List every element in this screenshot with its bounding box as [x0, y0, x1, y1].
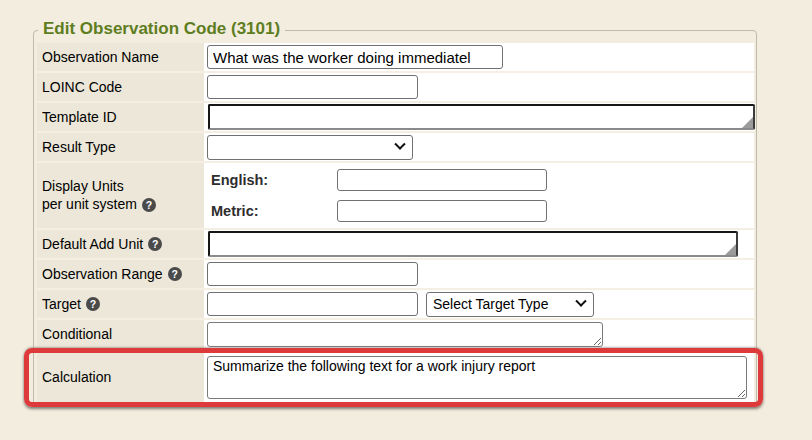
resize-grip-icon[interactable]: [725, 244, 736, 255]
result-type-select[interactable]: [207, 135, 413, 160]
default-add-unit-input[interactable]: [210, 233, 736, 255]
default-add-unit-label-cell: Default Add Unit ?: [37, 230, 204, 258]
metric-units-label: Metric:: [207, 203, 337, 219]
conditional-textarea[interactable]: [207, 322, 603, 347]
help-icon[interactable]: ?: [142, 198, 156, 212]
row-loinc-code: LOINC Code: [37, 73, 754, 103]
conditional-label: Conditional: [42, 326, 112, 342]
conditional-label-cell: Conditional: [37, 320, 204, 348]
template-id-label: Template ID: [42, 109, 117, 125]
row-default-add-unit: Default Add Unit ?: [37, 230, 754, 260]
result-type-label: Result Type: [42, 139, 116, 155]
target-label: Target: [42, 296, 81, 312]
row-target: Target ? Select Target Type: [37, 290, 754, 320]
loinc-code-label-cell: LOINC Code: [37, 73, 204, 101]
row-template-id: Template ID: [37, 103, 754, 133]
row-display-units: Display Units per unit system? English: …: [37, 163, 754, 230]
template-id-input[interactable]: [210, 106, 753, 128]
row-observation-range: Observation Range ?: [37, 260, 754, 290]
target-label-cell: Target ?: [37, 290, 204, 318]
observation-range-label-cell: Observation Range ?: [37, 260, 204, 288]
chevron-down-icon: [394, 139, 405, 150]
form-table: Observation Name LOINC Code Template ID: [37, 43, 754, 404]
edit-observation-code-panel: Edit Observation Code (3101) Observation…: [33, 30, 757, 407]
calculation-label-cell: Calculation: [37, 350, 204, 404]
display-units-label-cell: Display Units per unit system?: [37, 163, 204, 228]
default-add-unit-label: Default Add Unit: [42, 236, 143, 252]
result-type-label-cell: Result Type: [37, 133, 204, 161]
display-units-label: Display Units per unit system?: [42, 178, 156, 213]
calculation-label: Calculation: [42, 369, 111, 385]
resize-grip-icon[interactable]: [742, 117, 753, 128]
chevron-down-icon: [575, 296, 586, 307]
observation-range-label: Observation Range: [42, 266, 163, 282]
template-id-field: [208, 104, 755, 130]
help-icon[interactable]: ?: [168, 267, 182, 281]
default-add-unit-field: [208, 231, 738, 257]
target-type-select[interactable]: Select Target Type: [426, 292, 594, 317]
row-calculation: Calculation Summarize the following text…: [37, 350, 754, 404]
loinc-code-label: LOINC Code: [42, 79, 122, 95]
observation-name-input[interactable]: [207, 45, 503, 69]
row-result-type: Result Type: [37, 133, 754, 163]
metric-units-input[interactable]: [337, 200, 547, 222]
observation-range-input[interactable]: [207, 262, 418, 286]
target-input[interactable]: [207, 292, 418, 316]
english-units-label: English:: [207, 172, 337, 188]
calculation-textarea[interactable]: Summarize the following text for a work …: [207, 356, 747, 399]
row-conditional: Conditional: [37, 320, 754, 350]
english-units-input[interactable]: [337, 169, 547, 191]
row-observation-name: Observation Name: [37, 43, 754, 73]
help-icon[interactable]: ?: [148, 237, 162, 251]
loinc-code-input[interactable]: [207, 75, 418, 99]
help-icon[interactable]: ?: [86, 297, 100, 311]
template-id-label-cell: Template ID: [37, 103, 204, 131]
panel-title: Edit Observation Code (3101): [38, 19, 285, 39]
observation-name-label: Observation Name: [42, 49, 159, 65]
observation-name-label-cell: Observation Name: [37, 43, 204, 71]
target-type-selected-value: Select Target Type: [433, 296, 548, 312]
